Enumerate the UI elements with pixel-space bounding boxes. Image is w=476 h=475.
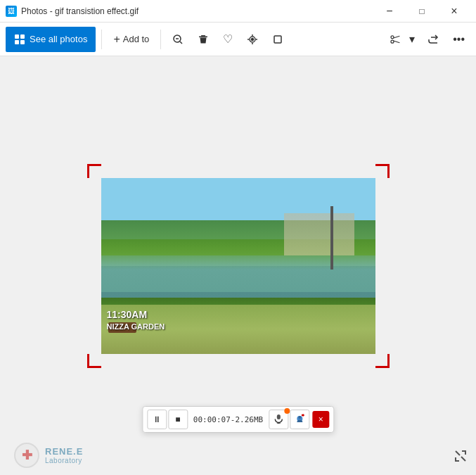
add-to-button[interactable]: + Add to xyxy=(108,27,155,52)
recording-controls: ⏸ ■ 00:00:07-2.26MB xyxy=(142,406,334,433)
photo-location: NIZZA GARDEN xyxy=(107,322,165,332)
photos-nav-icon xyxy=(14,34,25,45)
enhance-icon xyxy=(247,34,258,45)
close-icon: × xyxy=(451,6,457,17)
title-bar: 🖼 Photos - gif transistion effect.gif − … xyxy=(0,0,476,23)
zoom-out-button[interactable] xyxy=(167,27,189,52)
crop-button[interactable] xyxy=(266,27,289,52)
recording-close-button[interactable]: × xyxy=(312,411,329,428)
photo-time: 11:30AM xyxy=(107,308,165,322)
heart-icon: ♡ xyxy=(223,32,233,46)
delete-icon xyxy=(198,34,209,45)
minimize-icon: − xyxy=(386,6,392,17)
recording-timer: 00:00:07-2.26MB xyxy=(189,415,267,424)
plus-icon: + xyxy=(113,33,120,46)
toolbar-separator-2 xyxy=(160,30,161,49)
app-icon: 🖼 xyxy=(6,6,17,17)
stop-icon: ■ xyxy=(175,414,180,424)
svg-point-12 xyxy=(391,35,394,38)
more-icon: ••• xyxy=(453,33,465,46)
svg-rect-3 xyxy=(20,40,25,44)
crop-corner-topleft[interactable] xyxy=(87,164,101,178)
favorite-button[interactable]: ♡ xyxy=(217,27,238,52)
add-to-label: Add to xyxy=(123,34,150,44)
svg-rect-0 xyxy=(15,34,19,39)
title-bar-left: 🖼 Photos - gif transistion effect.gif xyxy=(6,6,139,17)
mic-icon xyxy=(274,414,283,426)
scissors-icon xyxy=(390,34,401,45)
svg-line-5 xyxy=(180,42,182,44)
enhance-button[interactable] xyxy=(241,27,264,52)
mic-button[interactable] xyxy=(269,410,288,429)
window-title: Photos - gif transistion effect.gif xyxy=(21,6,139,16)
close-icon: × xyxy=(319,414,323,424)
photo-image: 11:30AM NIZZA GARDEN xyxy=(101,178,375,354)
svg-rect-7 xyxy=(201,35,205,37)
svg-rect-1 xyxy=(20,34,25,39)
svg-line-14 xyxy=(394,36,400,38)
share-button[interactable] xyxy=(422,27,444,52)
image-container: 11:30AM NIZZA GARDEN xyxy=(101,178,375,354)
svg-rect-8 xyxy=(199,36,207,37)
expand-button[interactable] xyxy=(454,449,468,467)
watermark-text: RENE.E Laboratory xyxy=(45,446,83,464)
svg-point-10 xyxy=(252,38,254,40)
crop-corner-topright[interactable] xyxy=(375,164,390,178)
cam-button[interactable] xyxy=(290,410,309,429)
pause-button[interactable]: ⏸ xyxy=(147,410,167,429)
crop-corner-bottomright[interactable] xyxy=(375,354,390,368)
toolbar: See all photos + Add to ♡ xyxy=(0,23,476,56)
stop-button[interactable]: ■ xyxy=(168,410,188,429)
zoom-out-icon xyxy=(172,34,184,45)
svg-line-15 xyxy=(394,41,400,43)
svg-rect-11 xyxy=(274,36,281,43)
crop-corner-bottomleft[interactable] xyxy=(87,354,101,368)
crop-icon xyxy=(272,34,283,45)
photo-lamp xyxy=(330,206,333,270)
watermark: ✚ RENE.E Laboratory xyxy=(14,443,83,468)
see-all-photos-button[interactable]: See all photos xyxy=(6,27,96,52)
edit-button[interactable] xyxy=(385,27,405,52)
cross-icon: ✚ xyxy=(22,448,32,463)
photo-overlay-text: 11:30AM NIZZA GARDEN xyxy=(107,308,165,333)
cam-icon xyxy=(295,414,304,426)
svg-point-13 xyxy=(391,40,394,43)
delete-button[interactable] xyxy=(192,27,214,52)
maximize-icon: □ xyxy=(419,7,424,15)
window-controls: − □ × xyxy=(373,0,470,23)
more-button[interactable]: ••• xyxy=(447,27,470,52)
watermark-brand-name: RENE.E xyxy=(45,446,83,457)
close-button[interactable]: × xyxy=(438,0,470,23)
minimize-button[interactable]: − xyxy=(373,0,406,23)
svg-rect-17 xyxy=(277,414,281,419)
photo-buildings xyxy=(284,213,354,255)
toolbar-separator-1 xyxy=(101,30,102,49)
svg-point-21 xyxy=(298,416,301,419)
share-icon xyxy=(427,34,439,45)
edit-button-group: ▾ xyxy=(385,27,419,52)
edit-dropdown-button[interactable]: ▾ xyxy=(405,27,419,52)
mic-badge xyxy=(284,408,290,414)
pause-icon: ⏸ xyxy=(153,414,161,424)
main-content: 11:30AM NIZZA GARDEN ⏸ ■ 00:00:07-2.26MB xyxy=(0,56,476,475)
photos-icon: 🖼 xyxy=(8,7,15,15)
maximize-button[interactable]: □ xyxy=(406,0,438,23)
watermark-logo: ✚ xyxy=(14,443,39,468)
svg-rect-2 xyxy=(15,40,19,44)
see-all-label: See all photos xyxy=(30,34,87,44)
watermark-subtitle: Laboratory xyxy=(45,457,83,464)
chevron-down-icon: ▾ xyxy=(409,32,415,46)
